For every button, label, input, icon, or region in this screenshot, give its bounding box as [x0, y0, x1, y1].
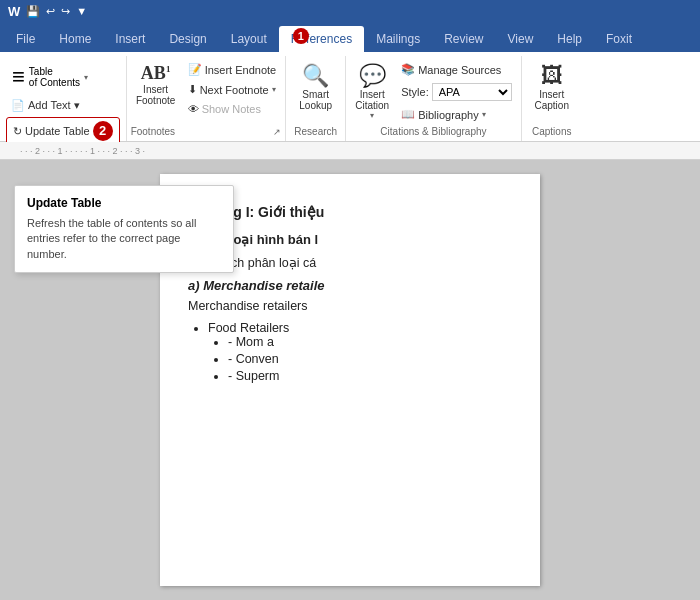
tab-mailings[interactable]: Mailings: [364, 26, 432, 52]
next-footnote-button[interactable]: ⬇ Next Footnote ▾: [183, 80, 282, 99]
bibliography-button[interactable]: 📖 Bibliography ▾: [396, 105, 517, 124]
tab-foxit[interactable]: Foxit: [594, 26, 644, 52]
citations-sub-buttons: 📚 Manage Sources Style: APA MLA Chicago …: [396, 60, 517, 124]
chapter-heading: Chương I: Giới thiệu: [188, 204, 512, 220]
research-group: 🔍 Smart Lookup Research: [286, 56, 346, 141]
insert-citation-button[interactable]: 💬 Insert Citation ▾: [350, 60, 394, 123]
tab-layout[interactable]: Layout: [219, 26, 279, 52]
sub-item-conven: Conven: [228, 352, 512, 366]
citation-icon: 💬: [359, 63, 386, 89]
citations-group-label: Citations & Bibliography: [350, 126, 517, 139]
manage-sources-icon: 📚: [401, 63, 415, 76]
tooltip-title: Update Table: [27, 196, 221, 210]
update-table-tooltip: Update Table Refresh the table of conten…: [14, 185, 234, 273]
next-footnote-arrow: ▾: [272, 85, 276, 94]
style-dropdown[interactable]: APA MLA Chicago: [432, 83, 512, 101]
manage-sources-label: Manage Sources: [418, 64, 501, 76]
sub-item-superm: Superm: [228, 369, 512, 383]
tab-file[interactable]: File: [4, 26, 47, 52]
toc-group: ≡ Table of Contents ▾ 📄 Add Text ▾ ↻ Upd…: [0, 56, 127, 141]
footnotes-group-label: Footnotes ↗: [131, 126, 282, 139]
tab-home[interactable]: Home: [47, 26, 103, 52]
sub-bullet-list: Mom a Conven Superm: [228, 335, 512, 383]
captions-group: 🖼 Insert Caption Captions: [522, 56, 582, 141]
next-footnote-icon: ⬇: [188, 83, 197, 96]
show-notes-label: Show Notes: [202, 103, 261, 115]
add-text-button[interactable]: 📄 Add Text ▾: [6, 96, 120, 115]
footnotes-group: AB1 Insert Footnote 📝 Insert Endnote ⬇ N…: [127, 56, 287, 141]
document-content: Chương I: Giới thiệu 1. Các loại hình bá…: [188, 204, 512, 383]
show-notes-icon: 👁: [188, 103, 199, 115]
insert-footnote-button[interactable]: AB1 Insert Footnote: [131, 60, 181, 109]
insert-caption-button[interactable]: 🖼 Insert Caption: [529, 60, 573, 114]
insert-endnote-icon: 📝: [188, 63, 202, 76]
save-icon[interactable]: 💾: [26, 5, 40, 18]
dropdown-icon[interactable]: ▼: [76, 5, 87, 17]
update-table-button[interactable]: ↻ Update Table 2: [6, 117, 120, 145]
tab-design[interactable]: Design: [157, 26, 218, 52]
quick-access-toolbar: 💾 ↩ ↪ ▼: [26, 5, 87, 18]
manage-sources-button[interactable]: 📚 Manage Sources: [396, 60, 517, 79]
update-table-label: Update Table: [25, 125, 90, 137]
bibliography-arrow: ▾: [482, 110, 486, 119]
subsection-italic-heading: a) Merchandise retaile: [188, 278, 512, 293]
section-para1: Có 2 cách phân loại cá: [188, 255, 512, 270]
ruler: · · · 2 · · · 1 · · · · · 1 · · · 2 · · …: [0, 142, 700, 160]
next-footnote-label: Next Footnote: [200, 84, 269, 96]
bullet-list: Food Retailers Mom a Conven Superm: [208, 321, 512, 383]
sub-item-mom: Mom a: [228, 335, 512, 349]
table-of-contents-button[interactable]: ≡ Table of Contents ▾: [6, 60, 120, 94]
tab-references[interactable]: References1: [279, 26, 364, 52]
tab-view[interactable]: View: [496, 26, 546, 52]
insert-endnote-button[interactable]: 📝 Insert Endnote: [183, 60, 282, 79]
title-bar: W 💾 ↩ ↪ ▼: [0, 0, 700, 22]
tab-review[interactable]: Review: [432, 26, 495, 52]
bibliography-icon: 📖: [401, 108, 415, 121]
list-item-food: Food Retailers Mom a Conven Superm: [208, 321, 512, 383]
add-text-icon: 📄: [11, 99, 25, 112]
smart-lookup-button[interactable]: 🔍 Smart Lookup: [294, 60, 337, 114]
add-text-label: Add Text ▾: [28, 99, 80, 112]
section-subheading: 1. Các loại hình bán l: [188, 232, 512, 247]
citations-group: 💬 Insert Citation ▾ 📚 Manage Sources Sty…: [346, 56, 522, 141]
bibliography-label: Bibliography: [418, 109, 479, 121]
toc-icon: ≡: [12, 64, 25, 90]
insert-endnote-label: Insert Endnote: [205, 64, 277, 76]
tooltip-description: Refresh the table of contents so all ent…: [27, 216, 221, 262]
style-selector[interactable]: Style: APA MLA Chicago: [396, 80, 517, 104]
ribbon: ≡ Table of Contents ▾ 📄 Add Text ▾ ↻ Upd…: [0, 52, 700, 142]
toc-label: Table: [29, 66, 80, 77]
update-table-icon: ↻: [13, 125, 22, 138]
footnote-icon: AB1: [141, 63, 171, 84]
style-label: Style:: [401, 86, 429, 98]
footnotes-sub-buttons: 📝 Insert Endnote ⬇ Next Footnote ▾ 👁 Sho…: [183, 60, 282, 118]
toc-label2: of Contents: [29, 77, 80, 88]
section-para2: Merchandise retailers: [188, 299, 512, 313]
badge-two: 2: [93, 121, 113, 141]
research-group-label: Research: [292, 126, 339, 139]
tab-insert[interactable]: Insert: [103, 26, 157, 52]
captions-group-label: Captions: [526, 126, 578, 139]
toc-dropdown-arrow: ▾: [84, 73, 88, 82]
footnotes-expand-icon[interactable]: ↗: [273, 127, 281, 137]
show-notes-button[interactable]: 👁 Show Notes: [183, 100, 282, 118]
tab-help[interactable]: Help: [545, 26, 594, 52]
app-logo: W: [8, 4, 20, 19]
redo-icon[interactable]: ↪: [61, 5, 70, 18]
smart-lookup-icon: 🔍: [302, 63, 329, 89]
undo-icon[interactable]: ↩: [46, 5, 55, 18]
insert-caption-icon: 🖼: [541, 63, 563, 89]
citation-dropdown-arrow: ▾: [370, 111, 374, 120]
ribbon-tab-bar: File Home Insert Design Layout Reference…: [0, 22, 700, 52]
